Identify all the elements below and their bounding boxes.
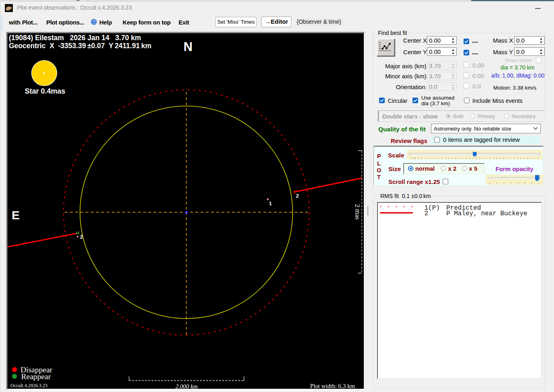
svg-text:N: N [184,40,193,54]
svg-text:Occult 4.2026.3.23: Occult 4.2026.3.23 [10,383,47,388]
svg-text:Reappear: Reappear [21,372,51,381]
svg-text:(19084) Eilestam 2026 Jan 14: (19084) Eilestam 2026 Jan 14 3.70 km [9,34,141,42]
svg-text:E: E [12,208,20,222]
svg-text:2 mas: 2 mas [354,204,361,220]
svg-text:2: 2 [296,193,299,199]
svg-text:Star 0.4mas: Star 0.4mas [25,87,65,95]
svg-text:Plot width: 6.3 km: Plot width: 6.3 km [310,383,355,389]
svg-text:P Maley, near Buckeye: P Maley, near Buckeye [446,210,527,217]
svg-text:1: 1 [269,200,272,206]
svg-text:Geocentric X -3353.39 ±0.07: Geocentric X -3353.39 ±0.07 Y 2411.91 km [9,42,151,50]
svg-text:2.000 km: 2.000 km [176,383,198,389]
svg-text:2: 2 [80,234,83,240]
svg-text:?: ? [93,20,95,24]
svg-text:2: 2 [425,210,429,217]
